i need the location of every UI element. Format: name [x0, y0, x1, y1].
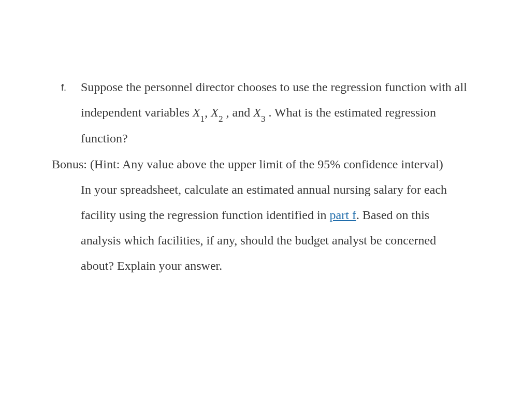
var-x1-sub: 1 [200, 114, 205, 124]
sep2: , and [223, 106, 254, 119]
question-f-marker: f. [61, 75, 81, 92]
var-x3-sub: 3 [261, 114, 266, 124]
part-f-link[interactable]: part f [330, 208, 356, 222]
var-x2-sub: 2 [219, 114, 223, 124]
bonus-hint: Bonus: (Hint: Any value above the upper … [52, 152, 471, 177]
var-x3: X [253, 106, 261, 119]
sep1: , [205, 106, 211, 119]
bonus-label-text: Bonus: (Hint: Any value above the upper … [52, 157, 443, 171]
bonus-instructions: In your spreadsheet, calculate an estima… [81, 177, 471, 279]
var-x2: X [211, 106, 219, 119]
question-f-body: Suppose the personnel director chooses t… [81, 75, 471, 152]
question-f: f. Suppose the personnel director choose… [61, 75, 471, 152]
var-x1: X [193, 106, 200, 119]
